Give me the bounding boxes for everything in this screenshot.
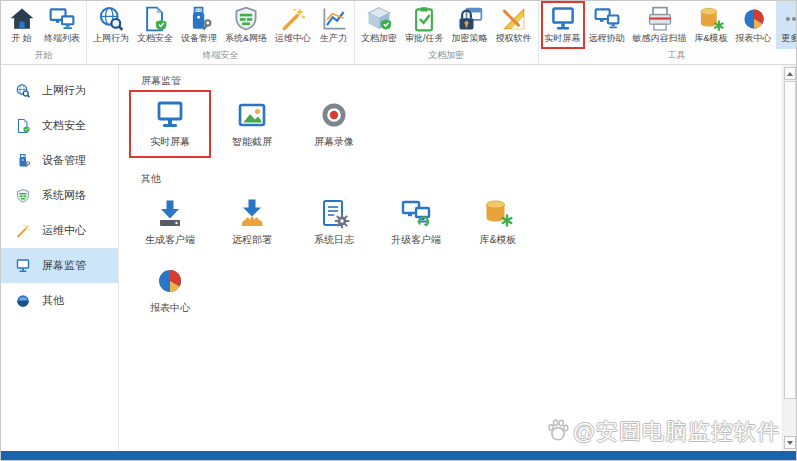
- app-button-label: 远程部署: [232, 233, 272, 247]
- ribbon-button-label: 库&模板: [695, 33, 728, 44]
- ribbon-button-label: 敏感内容扫描: [633, 33, 687, 44]
- ribbon-button-label: 加密策略: [452, 33, 488, 44]
- app-window: 开 始终端列表开始上网行为文档安全设备管理系统&网络运维中心生产力终端安全文档加…: [0, 0, 797, 461]
- sidebar-item-doc-security[interactable]: 文档安全: [1, 108, 118, 143]
- section-header: 屏幕监管: [141, 74, 778, 88]
- ribbon-button-library-template[interactable]: 库&模板: [691, 1, 732, 49]
- others-sphere-icon: [15, 293, 31, 309]
- remote-deploy-icon: [236, 196, 268, 230]
- app-button-smart-capture[interactable]: 智能截屏: [211, 90, 293, 158]
- content-section-1: 其他生成客户端远程部署系统日志升级客户端库&模板报表中心: [129, 172, 778, 324]
- app-button-realtime-screen[interactable]: 实时屏幕: [129, 90, 211, 158]
- main-panel: 屏幕监管实时屏幕智能截屏屏幕录像其他生成客户端远程部署系统日志升级客户端库&模板…: [119, 65, 796, 451]
- approval-task-icon: [410, 5, 438, 33]
- app-button-system-log[interactable]: 系统日志: [293, 188, 375, 256]
- ribbon-button-label: 运维中心: [275, 33, 311, 44]
- ribbon-button-device-manage[interactable]: 设备管理: [177, 1, 221, 49]
- ribbon-button-content-scan[interactable]: 敏感内容扫描: [629, 1, 691, 49]
- device-manage-icon: [185, 5, 213, 33]
- generate-client-icon: [154, 196, 186, 230]
- app-button-library-template[interactable]: 库&模板: [457, 188, 539, 256]
- ribbon-button-system-network[interactable]: 系统&网络: [221, 1, 271, 49]
- section-items: 实时屏幕智能截屏屏幕录像: [129, 90, 559, 158]
- sidebar-item-others-sphere[interactable]: 其他: [1, 283, 118, 318]
- sidebar-item-web-behavior[interactable]: 上网行为: [1, 73, 118, 108]
- ribbon-group-items: 文档加密审批/任务加密策略授权软件: [357, 1, 536, 49]
- ribbon-button-label: 更多...: [781, 33, 797, 44]
- sidebar: 上网行为文档安全设备管理系统网络运维中心屏幕监管其他: [1, 65, 119, 451]
- ribbon-button-label: 系统&网络: [225, 33, 267, 44]
- ribbon-group-items: 开 始终端列表: [3, 1, 84, 49]
- sidebar-item-device-manage[interactable]: 设备管理: [1, 143, 118, 178]
- scroll-up-button[interactable]: [784, 67, 796, 80]
- ribbon-button-approval-task[interactable]: 审批/任务: [401, 1, 448, 49]
- app-button-label: 实时屏幕: [150, 135, 190, 149]
- upgrade-client-icon: [400, 196, 432, 230]
- ribbon-toolbar: 开 始终端列表开始上网行为文档安全设备管理系统&网络运维中心生产力终端安全文档加…: [1, 1, 796, 65]
- productivity-icon: [320, 5, 348, 33]
- system-network-icon: [232, 5, 260, 33]
- ribbon-button-label: 远程协助: [589, 33, 625, 44]
- scroll-down-button[interactable]: [784, 436, 796, 449]
- doc-encrypt-icon: [365, 5, 393, 33]
- terminal-list-icon: [48, 5, 76, 33]
- triangle-up-icon: [787, 72, 793, 76]
- sidebar-item-label: 屏幕监管: [42, 258, 86, 273]
- ribbon-button-terminal-list[interactable]: 终端列表: [40, 1, 84, 49]
- app-button-label: 库&模板: [480, 233, 517, 247]
- ribbon-button-report-center[interactable]: 报表中心: [732, 1, 776, 49]
- report-center-icon: [740, 5, 768, 33]
- ribbon-button-label: 生产力: [320, 33, 347, 44]
- ribbon-button-label: 开 始: [11, 33, 32, 44]
- ribbon-button-more-dots[interactable]: 更多...: [776, 1, 797, 49]
- ribbon-button-label: 授权软件: [496, 33, 532, 44]
- ribbon-group-items: 上网行为文档安全设备管理系统&网络运维中心生产力: [89, 1, 352, 49]
- sidebar-item-label: 上网行为: [42, 83, 86, 98]
- bottom-status-bar: [1, 451, 796, 460]
- ribbon-button-label: 报表中心: [736, 33, 772, 44]
- encrypt-policy-icon: [456, 5, 484, 33]
- home-icon: [8, 5, 36, 33]
- section-header: 其他: [141, 172, 778, 186]
- sidebar-item-system-network[interactable]: 系统网络: [1, 178, 118, 213]
- sidebar-item-label: 其他: [42, 293, 64, 308]
- ops-center-icon: [279, 5, 307, 33]
- sidebar-item-label: 设备管理: [42, 153, 86, 168]
- ribbon-group-name: 工具: [541, 49, 797, 64]
- app-button-remote-deploy[interactable]: 远程部署: [211, 188, 293, 256]
- app-button-upgrade-client[interactable]: 升级客户端: [375, 188, 457, 256]
- app-button-label: 系统日志: [314, 233, 354, 247]
- ribbon-button-doc-security[interactable]: 文档安全: [133, 1, 177, 49]
- sidebar-item-realtime-screen[interactable]: 屏幕监管: [1, 248, 118, 283]
- ribbon-group-items: 实时屏幕远程协助敏感内容扫描库&模板报表中心更多...: [541, 1, 797, 49]
- content-area: 上网行为文档安全设备管理系统网络运维中心屏幕监管其他 屏幕监管实时屏幕智能截屏屏…: [1, 65, 796, 451]
- doc-security-icon: [15, 118, 31, 134]
- app-button-report-center[interactable]: 报表中心: [129, 256, 211, 324]
- system-network-icon: [15, 188, 31, 204]
- ribbon-button-doc-encrypt[interactable]: 文档加密: [357, 1, 401, 49]
- sidebar-item-label: 系统网络: [42, 188, 86, 203]
- ribbon-button-home[interactable]: 开 始: [3, 1, 40, 49]
- realtime-screen-icon: [15, 258, 31, 274]
- ribbon-button-realtime-screen[interactable]: 实时屏幕: [541, 1, 585, 49]
- web-behavior-icon: [15, 83, 31, 99]
- ribbon-group-name: 文档加密: [357, 49, 536, 64]
- ribbon-button-ops-center[interactable]: 运维中心: [271, 1, 315, 49]
- ribbon-button-web-behavior[interactable]: 上网行为: [89, 1, 133, 49]
- app-button-screen-record[interactable]: 屏幕录像: [293, 90, 375, 158]
- ribbon-group-name: 终端安全: [89, 49, 352, 64]
- content-section-0: 屏幕监管实时屏幕智能截屏屏幕录像: [129, 74, 778, 158]
- sidebar-item-ops-center[interactable]: 运维中心: [1, 213, 118, 248]
- ribbon-button-encrypt-policy[interactable]: 加密策略: [448, 1, 492, 49]
- sidebar-item-label: 文档安全: [42, 118, 86, 133]
- ribbon-group-name: 开始: [3, 49, 84, 64]
- scrollbar[interactable]: [782, 65, 796, 451]
- ribbon-button-licensed-software[interactable]: 授权软件: [492, 1, 536, 49]
- scroll-thumb[interactable]: [784, 81, 796, 399]
- app-button-generate-client[interactable]: 生成客户端: [129, 188, 211, 256]
- app-button-label: 生成客户端: [145, 233, 195, 247]
- ribbon-group-文档加密: 文档加密审批/任务加密策略授权软件文档加密: [355, 1, 539, 64]
- ribbon-button-productivity[interactable]: 生产力: [315, 1, 352, 49]
- ribbon-button-remote-assist[interactable]: 远程协助: [585, 1, 629, 49]
- ribbon-button-label: 文档加密: [361, 33, 397, 44]
